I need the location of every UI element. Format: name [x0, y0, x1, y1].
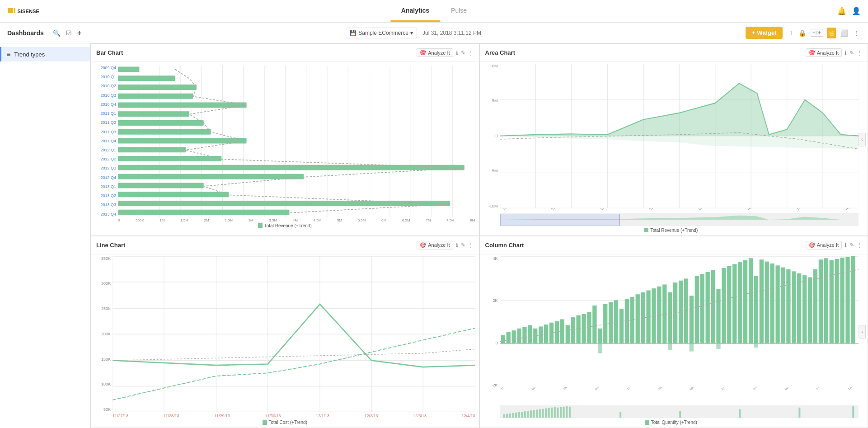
area-y-0: 0: [483, 134, 498, 138]
line-y-350k: 350K: [94, 256, 111, 261]
svg-rect-147: [689, 343, 693, 351]
bar-chart-area: 2009 Q4 2010 Q1 2010 Q2 2010 Q3 2010 Q4 …: [91, 62, 479, 235]
area-chart-more-icon[interactable]: ⋮: [857, 50, 862, 56]
bar-label-2010q2: 2010 Q2: [94, 84, 118, 88]
svg-text:SISENSE: SISENSE: [17, 9, 39, 14]
add-dashboard-icon[interactable]: +: [77, 29, 81, 37]
column-chart-title: Column Chart: [485, 242, 806, 249]
line-chart-analyze-btn[interactable]: 🎯 Analyze It: [417, 241, 453, 249]
sisense-logo: SISENSE: [7, 6, 43, 17]
svg-rect-0: [8, 8, 13, 13]
area-chart-scroll-left[interactable]: ‹: [859, 133, 866, 146]
bar-label-2013q1: 2013 Q1: [94, 184, 118, 189]
svg-rect-176: [739, 409, 741, 418]
line-chart-more-icon[interactable]: ⋮: [468, 242, 474, 248]
lock-icon[interactable]: 🔒: [798, 28, 807, 38]
svg-rect-82: [517, 328, 521, 343]
bookmark-icon[interactable]: ☑: [66, 29, 72, 37]
column-chart-edit-icon[interactable]: ✎: [849, 242, 854, 248]
svg-rect-121: [727, 266, 731, 343]
top-nav: SISENSE Analytics Pulse 🔔 👤: [0, 0, 868, 23]
notification-icon[interactable]: 🔔: [837, 7, 846, 15]
line-chart-legend: Total Cost (+Trend): [94, 419, 475, 426]
dashboard-grid: Bar Chart 🎯 Analyze It ℹ ✎ ⋮ 2009 Q4: [90, 43, 868, 428]
text-icon[interactable]: T: [788, 28, 794, 38]
more-options-icon[interactable]: ⋮: [853, 28, 861, 38]
line-y-150k: 150K: [94, 357, 111, 362]
svg-rect-110: [668, 292, 672, 343]
svg-rect-164: [542, 409, 544, 418]
sidebar-item-trend-types[interactable]: ≡ Trend types: [0, 47, 90, 61]
tab-pulse[interactable]: Pulse: [440, 0, 478, 22]
nav-tabs: Analytics Pulse: [390, 0, 478, 22]
svg-rect-155: [515, 413, 517, 418]
svg-rect-127: [759, 259, 763, 343]
svg-rect-119: [716, 289, 720, 343]
bar-label-2012q3: 2012 Q3: [94, 166, 118, 170]
svg-rect-79: [501, 335, 505, 343]
area-y-neg5m: -5M: [483, 169, 498, 173]
area-chart-legend-label: Total Revenue (+Trend): [650, 228, 698, 233]
bar-label-2010q4: 2010 Q4: [94, 102, 118, 107]
column-chart-legend-label: Total Quantity (+Trend): [651, 420, 697, 425]
svg-rect-29: [118, 138, 247, 144]
analyze-icon-4: 🎯: [809, 242, 815, 248]
area-chart-legend-color: [644, 228, 648, 232]
column-chart-more-icon[interactable]: ⋮: [857, 242, 862, 248]
svg-rect-103: [630, 297, 634, 343]
screen-icon[interactable]: ⬜: [840, 28, 849, 38]
bar-chart-analyze-btn[interactable]: 🎯 Analyze It: [417, 48, 453, 57]
svg-rect-126: [754, 276, 758, 343]
line-chart-info-icon[interactable]: ℹ: [456, 242, 458, 248]
area-y-5m: 5M: [483, 99, 498, 103]
line-chart-svg: [113, 256, 475, 412]
datasource-icon: 💾: [350, 30, 357, 36]
col-y-0: 0: [483, 341, 498, 345]
svg-rect-24: [118, 94, 193, 99]
column-chart-analyze-btn[interactable]: 🎯 Analyze It: [806, 241, 842, 249]
svg-rect-113: [684, 278, 688, 343]
bar-label-2013q3: 2013 Q3: [94, 202, 118, 207]
area-mini-nav[interactable]: [500, 213, 859, 226]
bar-chart-more-icon[interactable]: ⋮: [468, 50, 474, 56]
bar-chart-info-icon[interactable]: ℹ: [456, 50, 458, 56]
bar-chart-edit-icon[interactable]: ✎: [461, 50, 465, 56]
svg-rect-139: [824, 258, 828, 343]
search-icon[interactable]: 🔍: [53, 29, 61, 37]
svg-rect-98: [603, 304, 607, 343]
col-mini-nav[interactable]: [500, 405, 859, 418]
svg-rect-162: [536, 409, 538, 418]
main-content: ≡ Trend types Bar Chart 🎯 Analyze It ℹ ✎…: [0, 43, 868, 428]
logo: SISENSE: [7, 6, 43, 17]
svg-rect-146: [668, 343, 672, 350]
svg-rect-135: [802, 275, 807, 343]
svg-rect-80: [506, 332, 510, 343]
nav-right: 🔔 👤: [837, 7, 861, 15]
area-chart-edit-icon[interactable]: ✎: [849, 50, 854, 56]
analyze-icon-2: 🎯: [809, 50, 815, 56]
tab-analytics[interactable]: Analytics: [390, 0, 440, 22]
column-chart-info-icon[interactable]: ℹ: [845, 242, 847, 248]
area-chart-analyze-btn[interactable]: 🎯 Analyze It: [806, 48, 842, 57]
svg-rect-27: [118, 120, 204, 126]
pdf-icon[interactable]: PDF: [811, 29, 823, 37]
svg-rect-117: [705, 272, 709, 343]
svg-rect-167: [551, 408, 553, 418]
line-chart-header: Line Chart 🎯 Analyze It ℹ ✎ ⋮: [91, 236, 479, 254]
col-chart-scroll-right[interactable]: ›: [859, 325, 866, 339]
svg-rect-83: [522, 327, 526, 343]
datasource-selector[interactable]: 💾 Sample ECommerce ▾: [346, 28, 417, 38]
svg-rect-84: [528, 325, 532, 343]
area-chart-info-icon[interactable]: ℹ: [845, 50, 847, 56]
svg-rect-92: [571, 317, 575, 343]
svg-rect-37: [118, 210, 289, 215]
user-icon[interactable]: 👤: [852, 7, 861, 15]
area-chart-title: Area Chart: [485, 49, 806, 56]
share-icon[interactable]: ⎘: [827, 28, 836, 38]
line-chart-edit-icon[interactable]: ✎: [461, 242, 465, 248]
svg-rect-138: [818, 259, 822, 343]
add-widget-button[interactable]: + Widget: [746, 27, 783, 39]
svg-rect-172: [566, 406, 568, 418]
svg-rect-34: [118, 183, 204, 188]
line-chart-area: 350K 300K 250K 200K 150K 100K 50K: [91, 254, 479, 428]
